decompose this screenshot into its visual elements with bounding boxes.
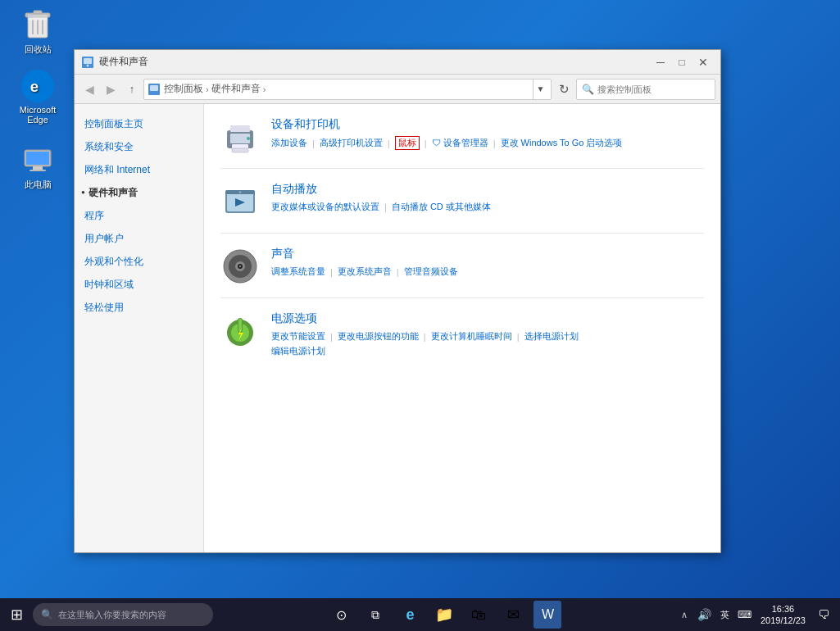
sep-p3: | — [517, 332, 520, 342]
tray-speaker[interactable]: 🔊 — [696, 602, 714, 627]
devices-printers-links: 添加设备 | 高级打印机设置 | 鼠标 | 🛡 设备管理器 | 更改 Windo… — [271, 136, 704, 150]
power-icon — [220, 311, 260, 351]
sidebar-item-clock-region[interactable]: 时钟和区域 — [75, 273, 203, 296]
taskbar-icon-task-view[interactable]: ⊙ — [327, 601, 355, 629]
sep-auto: | — [384, 202, 387, 212]
start-button[interactable]: ⊞ — [0, 598, 33, 631]
svg-rect-11 — [33, 166, 43, 170]
sidebar-item-system-security[interactable]: 系统和安全 — [75, 135, 203, 158]
power-category: 电源选项 更改节能设置 | 更改电源按钮的功能 | 更改计算机睡眠时间 | 选择… — [220, 311, 704, 357]
recycle-bin-label: 回收站 — [25, 43, 52, 56]
link-add-device[interactable]: 添加设备 — [271, 137, 307, 149]
breadcrumb-hardware[interactable]: 硬件和声音 — [211, 82, 261, 96]
svg-text:e: e — [30, 78, 39, 95]
sep1: | — [312, 138, 315, 148]
tray-ime[interactable]: ⌨ — [736, 602, 754, 627]
taskbar-search[interactable]: 🔍 在这里输入你要搜索的内容 — [33, 603, 213, 626]
edge-icon[interactable]: e Microsoft Edge — [10, 70, 66, 125]
svg-point-15 — [87, 64, 89, 66]
notification-button[interactable]: 🗨 — [812, 602, 835, 627]
sep4: | — [493, 138, 496, 148]
link-sleep-time[interactable]: 更改计算机睡眠时间 — [431, 330, 512, 343]
sidebar-item-hardware-sound[interactable]: ● 硬件和声音 — [75, 181, 203, 204]
svg-rect-10 — [26, 152, 49, 165]
clock-time: 16:36 — [761, 603, 806, 615]
address-bar: ◀ ▶ ↑ 控制面板 › 硬件和声音 › ▼ ↻ 🔍 — [75, 75, 720, 104]
system-tray: ∧ 🔊 英 ⌨ 16:36 2019/12/23 🗨 — [676, 602, 840, 627]
taskbar-search-placeholder: 在这里输入你要搜索的内容 — [58, 609, 166, 621]
link-energy-settings[interactable]: 更改节能设置 — [271, 330, 325, 343]
recycle-bin-icon[interactable]: 回收站 — [10, 8, 66, 56]
tray-show-icons[interactable]: ∧ — [676, 602, 692, 627]
sidebar-item-user-accounts[interactable]: 用户帐户 — [75, 227, 203, 250]
breadcrumb-sep2: › — [263, 84, 266, 94]
svg-rect-20 — [230, 125, 250, 132]
window-icon — [81, 56, 94, 69]
breadcrumb-controlpanel[interactable]: 控制面板 — [164, 82, 203, 96]
svg-rect-2 — [34, 11, 42, 14]
sidebar-item-ease-of-access[interactable]: 轻松使用 — [75, 296, 203, 319]
search-input[interactable] — [597, 84, 710, 94]
link-device-manager[interactable]: 🛡 设备管理器 — [432, 137, 488, 149]
taskbar-icon-edge[interactable]: e — [396, 601, 424, 629]
link-windows-to-go[interactable]: 更改 Windows To Go 启动选项 — [501, 137, 623, 149]
sidebar: 控制面板主页 系统和安全 网络和 Internet ● 硬件和声音 程序 用户帐… — [75, 104, 204, 552]
minimize-button[interactable]: ─ — [650, 53, 671, 71]
taskbar-icon-mail[interactable]: ✉ — [499, 601, 527, 629]
autoplay-category: 自动播放 更改媒体或设备的默认设置 | 自动播放 CD 或其他媒体 — [220, 182, 704, 234]
search-box[interactable]: 🔍 — [576, 79, 715, 100]
taskbar: ⊞ 🔍 在这里输入你要搜索的内容 ⊙ ⧉ e 📁 🛍 ✉ W ∧ 🔊 英 ⌨ 1… — [0, 598, 840, 631]
taskbar-icon-store[interactable]: 🛍 — [465, 601, 493, 629]
refresh-button[interactable]: ↻ — [553, 79, 574, 100]
link-adjust-volume[interactable]: 调整系统音量 — [271, 266, 325, 278]
sound-category: 声音 调整系统音量 | 更改系统声音 | 管理音频设备 — [220, 247, 704, 298]
sound-title[interactable]: 声音 — [271, 247, 704, 261]
sep-s2: | — [397, 267, 399, 277]
link-change-default[interactable]: 更改媒体或设备的默认设置 — [271, 201, 379, 213]
link-manage-audio[interactable]: 管理音频设备 — [404, 266, 458, 278]
close-button[interactable]: ✕ — [692, 53, 714, 71]
title-bar: 硬件和声音 ─ □ ✕ — [75, 50, 720, 75]
maximize-button[interactable]: □ — [671, 53, 692, 71]
taskbar-icon-word[interactable]: W — [534, 601, 561, 629]
power-links-row2: 编辑电源计划 — [271, 345, 704, 357]
main-area: 控制面板主页 系统和安全 网络和 Internet ● 硬件和声音 程序 用户帐… — [75, 104, 720, 552]
power-links-row1: 更改节能设置 | 更改电源按钮的功能 | 更改计算机睡眠时间 | 选择电源计划 — [271, 330, 704, 343]
breadcrumb-sep1: › — [206, 84, 209, 94]
tray-language[interactable]: 英 — [717, 602, 733, 627]
svg-point-33 — [239, 266, 241, 267]
autoplay-title[interactable]: 自动播放 — [271, 182, 704, 197]
taskbar-middle: ⊙ ⧉ e 📁 🛍 ✉ W — [213, 601, 676, 629]
address-field[interactable]: 控制面板 › 硬件和声音 › ▼ — [143, 79, 552, 100]
link-change-sound[interactable]: 更改系统声音 — [338, 266, 392, 278]
taskbar-icon-explorer[interactable]: 📁 — [430, 601, 458, 629]
svg-point-22 — [247, 137, 250, 140]
clock[interactable]: 16:36 2019/12/23 — [757, 603, 809, 627]
sidebar-item-programs[interactable]: 程序 — [75, 204, 203, 227]
link-edit-power-plan[interactable]: 编辑电源计划 — [271, 346, 325, 356]
sidebar-item-network-internet[interactable]: 网络和 Internet — [75, 158, 203, 181]
taskbar-icon-multitask[interactable]: ⧉ — [361, 601, 389, 629]
title-buttons: ─ □ ✕ — [650, 53, 714, 71]
up-button[interactable]: ↑ — [122, 79, 142, 100]
link-mouse[interactable]: 鼠标 — [395, 136, 420, 150]
sidebar-item-appearance[interactable]: 外观和个性化 — [75, 250, 203, 273]
link-power-button[interactable]: 更改电源按钮的功能 — [338, 330, 419, 343]
power-title[interactable]: 电源选项 — [271, 311, 704, 326]
this-pc-icon[interactable]: 此电脑 — [10, 143, 66, 191]
sound-icon — [220, 247, 260, 286]
link-autoplay-cd[interactable]: 自动播放 CD 或其他媒体 — [392, 201, 491, 213]
devices-printers-title[interactable]: 设备和打印机 — [271, 117, 704, 132]
svg-rect-7 — [28, 15, 48, 20]
breadcrumb: 控制面板 › 硬件和声音 › — [164, 82, 266, 96]
svg-rect-23 — [232, 148, 248, 152]
address-icon — [148, 83, 161, 96]
sep3: | — [425, 138, 427, 148]
sidebar-item-control-panel-home[interactable]: 控制面板主页 — [75, 112, 203, 135]
forward-button[interactable]: ▶ — [101, 79, 120, 100]
devices-printers-content: 设备和打印机 添加设备 | 高级打印机设置 | 鼠标 | 🛡 设备管理器 | 更… — [271, 117, 704, 150]
back-button[interactable]: ◀ — [79, 79, 99, 100]
clock-date: 2019/12/23 — [761, 615, 806, 626]
link-power-plan[interactable]: 选择电源计划 — [524, 330, 579, 343]
link-printer-settings[interactable]: 高级打印机设置 — [320, 137, 383, 149]
